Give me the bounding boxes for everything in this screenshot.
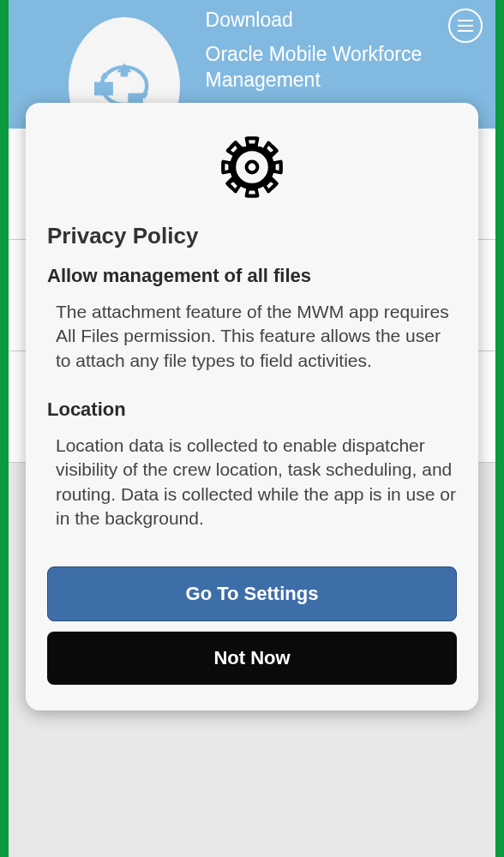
- hamburger-menu-button[interactable]: [448, 9, 483, 43]
- gear-icon: [218, 133, 286, 201]
- download-label: Download: [206, 9, 478, 32]
- header-text-block: Download Oracle Mobile Workforce Managem…: [206, 9, 478, 93]
- svg-rect-0: [94, 82, 113, 96]
- section-heading-location: Location: [47, 399, 457, 421]
- svg-point-8: [247, 162, 258, 173]
- menu-line-icon: [458, 20, 473, 21]
- dialog-title: Privacy Policy: [47, 223, 457, 249]
- section-body-files: The attachment feature of the MWM app re…: [47, 300, 457, 373]
- svg-rect-2: [120, 69, 128, 77]
- gear-icon-wrap: [47, 120, 457, 223]
- section-body-location: Location data is collected to enable dis…: [47, 434, 457, 530]
- section-heading-files: Allow management of all files: [47, 265, 457, 287]
- not-now-button[interactable]: Not Now: [47, 632, 457, 685]
- privacy-policy-dialog: Privacy Policy Allow management of all f…: [26, 103, 478, 710]
- go-to-settings-button[interactable]: Go To Settings: [47, 566, 457, 621]
- menu-line-icon: [458, 30, 473, 32]
- menu-line-icon: [458, 25, 473, 27]
- app-title: Oracle Mobile Workforce Management: [206, 42, 478, 93]
